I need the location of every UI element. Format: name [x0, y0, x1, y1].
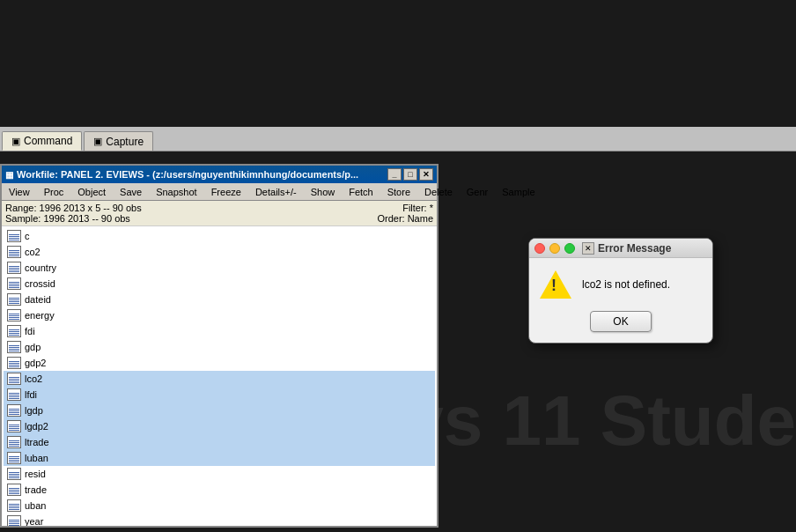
dialog-titlebar: ✕ Error Message	[529, 239, 712, 258]
range-label: Range: 1996 2013 x 5 -- 90 obs	[5, 203, 142, 213]
workfile-window: ▦ Workfile: PANEL 2. EVIEWS - (z:/users/…	[0, 164, 439, 528]
tab-command[interactable]: ▣ Command	[2, 131, 82, 151]
workfile-menu: View Proc Object Save Snapshot Freeze De…	[2, 183, 437, 201]
series-icon	[7, 325, 21, 337]
menu-freeze[interactable]: Freeze	[204, 183, 248, 200]
series-label: trade	[25, 484, 47, 495]
series-icon	[7, 293, 21, 306]
series-label: crossid	[25, 278, 55, 289]
dialog-title: Error Message	[598, 242, 671, 255]
menu-details[interactable]: Details+/-	[248, 183, 304, 200]
order-label: Order: Name	[377, 213, 433, 224]
minimize-button[interactable]: _	[387, 168, 402, 181]
ok-button[interactable]: OK	[590, 311, 652, 332]
close-button[interactable]: ✕	[419, 168, 433, 181]
series-icon	[7, 277, 21, 290]
series-label: resid	[25, 469, 46, 479]
dialog-footer: OK	[529, 307, 712, 343]
series-label: uban	[25, 500, 46, 511]
series-label: dateid	[25, 294, 51, 305]
series-item[interactable]: gdp	[4, 339, 435, 355]
warning-icon	[540, 270, 571, 299]
series-label: ltrade	[25, 437, 49, 447]
menu-object[interactable]: Object	[70, 183, 113, 200]
series-icon	[7, 388, 21, 401]
filter-label: Filter: *	[402, 203, 433, 213]
dialog-body: lco2 is not defined.	[529, 258, 712, 307]
menu-genr[interactable]: Genr	[460, 183, 495, 200]
dialog-message: lco2 is not defined.	[582, 278, 670, 291]
series-icon	[7, 404, 21, 417]
workfile-titlebar: ▦ Workfile: PANEL 2. EVIEWS - (z:/users/…	[2, 166, 437, 183]
series-item[interactable]: luban	[4, 450, 435, 466]
capture-tab-icon: ▣	[93, 136, 102, 147]
workfile-title: Workfile: PANEL 2. EVIEWS - (z:/users/ng…	[17, 169, 358, 180]
tab-capture[interactable]: ▣ Capture	[84, 131, 153, 151]
series-icon	[7, 341, 21, 353]
win-controls: _ □ ✕	[387, 168, 433, 181]
traffic-lights	[534, 243, 575, 254]
error-dialog: ✕ Error Message lco2 is not defined. OK	[528, 238, 713, 344]
series-icon	[7, 230, 21, 242]
info-row-sample: Sample: 1996 2013 -- 90 obs Order: Name	[5, 213, 433, 224]
series-label: lgdp	[25, 405, 43, 416]
dialog-close-x[interactable]: ✕	[582, 242, 594, 255]
series-item[interactable]: c	[4, 228, 435, 244]
series-item[interactable]: lgdp	[4, 403, 435, 418]
series-item[interactable]: year	[4, 514, 435, 526]
menu-proc[interactable]: Proc	[37, 183, 71, 200]
series-icon	[7, 246, 21, 258]
series-label: year	[25, 516, 43, 526]
series-item[interactable]: trade	[4, 482, 435, 498]
workfile-info: Range: 1996 2013 x 5 -- 90 obs Filter: *…	[2, 201, 437, 226]
series-label: country	[25, 262, 56, 273]
menu-view[interactable]: View	[2, 183, 37, 200]
series-item[interactable]: lgdp2	[4, 418, 435, 434]
menu-sample[interactable]: Sample	[495, 183, 542, 200]
series-icon	[7, 515, 21, 526]
series-item[interactable]: dateid	[4, 292, 435, 307]
maximize-button[interactable]: □	[403, 168, 417, 181]
series-label: gdp	[25, 342, 41, 352]
series-item[interactable]: gdp2	[4, 355, 435, 371]
menu-delete[interactable]: Delete	[417, 183, 460, 200]
series-icon	[7, 309, 21, 321]
series-item[interactable]: lfdi	[4, 387, 435, 403]
series-item[interactable]: co2	[4, 244, 435, 260]
series-item[interactable]: crossid	[4, 276, 435, 292]
series-icon	[7, 420, 21, 432]
series-icon	[7, 484, 21, 496]
series-icon	[7, 357, 21, 369]
series-item[interactable]: ltrade	[4, 434, 435, 450]
menu-show[interactable]: Show	[304, 183, 343, 200]
series-item[interactable]: energy	[4, 307, 435, 323]
background-watermark: vs 11 Stude	[404, 381, 796, 462]
series-label: lfdi	[25, 389, 37, 400]
command-tab-icon: ▣	[11, 136, 20, 147]
close-traffic-light[interactable]	[534, 243, 545, 254]
series-item[interactable]: country	[4, 260, 435, 276]
sample-label: Sample: 1996 2013 -- 90 obs	[5, 213, 130, 224]
series-label: gdp2	[25, 358, 46, 368]
series-item[interactable]: lco2	[4, 371, 435, 387]
minimize-traffic-light[interactable]	[549, 243, 560, 254]
series-icon	[7, 452, 21, 464]
series-item[interactable]: fdi	[4, 323, 435, 339]
top-tab-bar: ▣ Command ▣ Capture	[0, 127, 796, 151]
menu-store[interactable]: Store	[380, 183, 417, 200]
series-item[interactable]: uban	[4, 498, 435, 514]
series-icon	[7, 468, 21, 480]
series-label: fdi	[25, 326, 35, 336]
maximize-traffic-light[interactable]	[564, 243, 575, 254]
series-label: lco2	[25, 373, 42, 384]
info-row-range: Range: 1996 2013 x 5 -- 90 obs Filter: *	[5, 203, 433, 213]
series-icon	[7, 373, 21, 385]
menu-snapshot[interactable]: Snapshot	[149, 183, 203, 200]
menu-fetch[interactable]: Fetch	[342, 183, 380, 200]
series-list[interactable]: cco2countrycrossiddateidenergyfdigdpgdp2…	[2, 226, 437, 526]
menu-save[interactable]: Save	[113, 183, 149, 200]
command-tab-label: Command	[24, 135, 72, 147]
series-icon	[7, 436, 21, 448]
series-label: co2	[25, 247, 41, 257]
series-item[interactable]: resid	[4, 466, 435, 482]
